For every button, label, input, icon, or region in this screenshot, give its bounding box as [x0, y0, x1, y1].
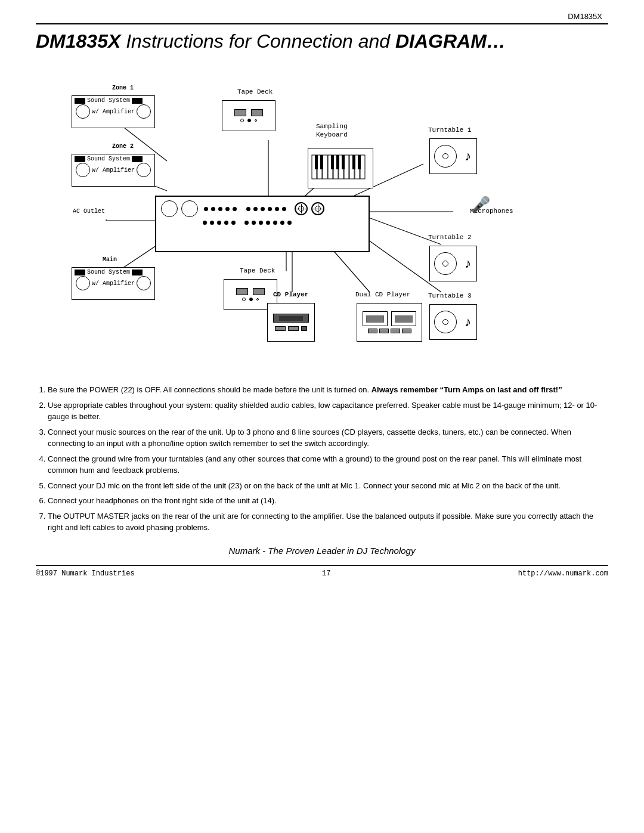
sampling-keyboard [308, 148, 373, 188]
zone1-amp-label: w/ Amplifier [92, 109, 135, 115]
instruction-1-bold: Always remember “Turn Amps on last and o… [371, 385, 562, 394]
footer-copyright: ©1997 Numark Industries [36, 569, 135, 578]
zone2-sound-label: Sound System [87, 156, 130, 162]
instruction-3: Connect your music sources on the rear o… [48, 426, 608, 450]
dual-cd-player-label: Dual CD Player [355, 291, 410, 298]
zone2-label: Zone 2 [112, 143, 134, 150]
turntable1-label: Turntable 1 [428, 126, 472, 134]
title-prefix: DM1835X [36, 30, 120, 52]
svg-rect-23 [360, 155, 365, 179]
turntable2: ♪ [429, 246, 477, 281]
zone2-amp-label: w/ Amplifier [92, 167, 135, 174]
turntable3: ♪ [429, 304, 477, 340]
svg-line-7 [358, 233, 441, 292]
model-label: DM1835X [36, 12, 608, 21]
footer-website: http://www.numark.com [518, 569, 608, 578]
instruction-7: The OUTPUT MASTER jacks on the rear of t… [48, 510, 608, 534]
tape-deck-top-label: Tape Deck [237, 88, 273, 95]
bottom-divider [36, 565, 608, 566]
svg-rect-25 [320, 155, 323, 169]
sampling-keyboard-label: SamplingKeyboard [316, 122, 348, 140]
instruction-1: Be sure the POWER (22) is OFF. All conne… [48, 384, 608, 396]
turntable2-label: Turntable 2 [428, 234, 472, 241]
instructions-section: Be sure the POWER (22) is OFF. All conne… [36, 384, 608, 534]
instruction-6: Connect your headphones on the front rig… [48, 495, 608, 507]
turntable3-label: Turntable 3 [428, 292, 472, 299]
title-suffix: Instructions for Connection and [120, 30, 395, 52]
tape-deck-bottom-label: Tape Deck [240, 267, 275, 274]
main-amp-label: w/ Amplifier [92, 280, 135, 287]
zone1-label: Zone 1 [112, 85, 134, 91]
top-divider [36, 23, 608, 24]
zone2-sound-system: Sound System w/ Amplifier [72, 154, 155, 187]
main-label: Main [103, 256, 117, 263]
instruction-4: Connect the ground wire from your turnta… [48, 453, 608, 476]
footer-bar: ©1997 Numark Industries 17 http://www.nu… [36, 569, 608, 578]
page-title: DM1835X Instructions for Connection and … [36, 30, 608, 52]
svg-rect-20 [344, 155, 349, 179]
instruction-5: Connect your DJ mic on the front left si… [48, 480, 608, 492]
main-sound-system: Sound System w/ Amplifier [72, 267, 155, 300]
ac-outlet-label: AC Outlet [73, 208, 105, 215]
main-sound-label: Sound System [87, 269, 130, 275]
mixer-unit [155, 196, 370, 252]
cd-player-label: CD Player [273, 291, 308, 298]
svg-rect-16 [323, 155, 327, 179]
tape-deck-top [222, 100, 275, 131]
svg-rect-27 [336, 155, 339, 169]
svg-rect-29 [352, 155, 355, 169]
svg-rect-26 [331, 155, 334, 169]
instruction-2: Use appropriate cables throughout your s… [48, 400, 608, 423]
footer-page-number: 17 [322, 569, 330, 578]
footer-tagline: Numark - The Proven Leader in DJ Technol… [36, 546, 608, 556]
microphones-icon: 🎤 [471, 197, 490, 212]
zone1-sound-label: Sound System [87, 97, 130, 104]
dual-cd-player [357, 303, 422, 342]
title-bold: DIAGRAM… [395, 30, 506, 52]
zone1-sound-system: Sound System w/ Amplifier [72, 95, 155, 128]
instruction-1-normal: Be sure the POWER (22) is OFF. All conne… [48, 385, 371, 394]
svg-rect-30 [358, 155, 361, 169]
connection-diagram: Zone 1 Sound System w/ Amplifier [36, 60, 608, 370]
turntable1: ♪ [429, 138, 477, 174]
cd-player [267, 303, 315, 342]
svg-rect-28 [342, 155, 345, 169]
svg-rect-24 [315, 155, 318, 169]
